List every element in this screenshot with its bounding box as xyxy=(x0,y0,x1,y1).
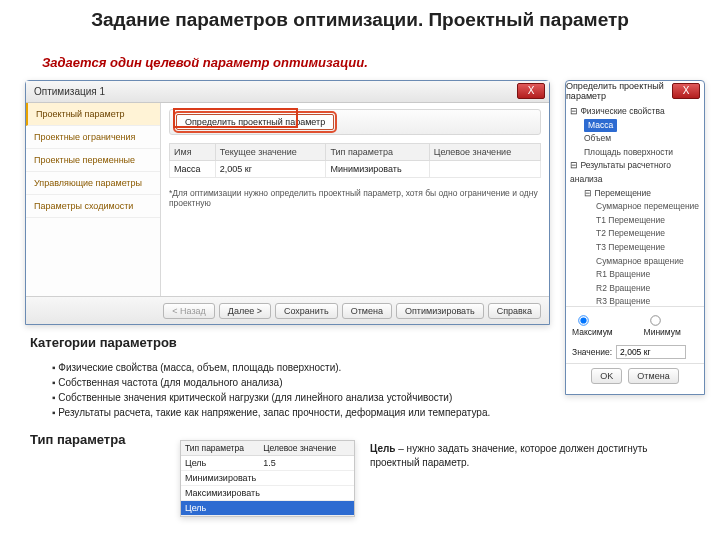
tree-group-physical[interactable]: Физические свойства xyxy=(580,106,664,116)
close-icon[interactable]: X xyxy=(672,83,700,99)
list-item: Физические свойства (масса, объем, площа… xyxy=(52,360,542,375)
toolbar: Определить проектный параметр xyxy=(169,109,541,135)
tree-node[interactable]: T2 Перемещение xyxy=(570,227,700,241)
sidebar-item-control[interactable]: Управляющие параметры xyxy=(26,172,160,195)
next-button[interactable]: Далее > xyxy=(219,303,271,319)
type-heading: Тип параметра xyxy=(30,432,125,447)
tree-group-displacement[interactable]: Перемещение xyxy=(594,188,651,198)
help-button[interactable]: Справка xyxy=(488,303,541,319)
radio-max[interactable]: Максимум xyxy=(572,311,630,337)
slide-subtitle: Задается один целевой параметр оптимизац… xyxy=(42,55,368,70)
tree-node-volume[interactable]: Объем xyxy=(570,132,700,146)
close-icon[interactable]: X xyxy=(517,83,545,99)
categories-heading: Категории параметров xyxy=(30,335,177,350)
tree-node[interactable]: T3 Перемещение xyxy=(570,241,700,255)
col-current: Текущее значение xyxy=(215,144,326,161)
hint-text: *Для оптимизации нужно определить проект… xyxy=(169,188,541,208)
cancel-button[interactable]: Отмена xyxy=(342,303,392,319)
cell-type: Минимизировать xyxy=(326,161,429,178)
ok-button[interactable]: OK xyxy=(591,368,622,384)
list-item: Собственные значения критической нагрузк… xyxy=(52,390,542,405)
cell-name: Масса xyxy=(170,161,216,178)
list-item: Результаты расчета, такие как напряжение… xyxy=(52,405,542,420)
value-row: Значение: xyxy=(566,341,704,363)
save-button[interactable]: Сохранить xyxy=(275,303,338,319)
win2-titlebar: Определить проектный параметр X xyxy=(566,81,704,101)
tree-node[interactable]: R2 Вращение xyxy=(570,282,700,296)
win1-content: Определить проектный параметр Имя Текуще… xyxy=(161,103,549,296)
tree-node[interactable]: R3 Вращение xyxy=(570,295,700,306)
win1-sidebar: Проектный параметр Проектные ограничения… xyxy=(26,103,161,296)
col-target: Целевое значение xyxy=(429,144,540,161)
sidebar-item-project-param[interactable]: Проектный параметр xyxy=(26,103,160,126)
slide-title: Задание параметров оптимизации. Проектны… xyxy=(0,8,720,32)
win1-title: Оптимизация 1 xyxy=(34,86,105,97)
tree-node[interactable]: R1 Вращение xyxy=(570,268,700,282)
table-row[interactable]: Масса 2,005 кг Минимизировать xyxy=(170,161,541,178)
value-input[interactable] xyxy=(616,345,686,359)
goal-description: Цель – нужно задать значение, которое до… xyxy=(370,442,650,470)
win2-footer: OK Отмена xyxy=(566,363,704,388)
tree-group-results[interactable]: Результаты расчетного анализа xyxy=(570,160,671,184)
params-table: Имя Текущее значение Тип параметра Целев… xyxy=(169,143,541,178)
sidebar-item-variables[interactable]: Проектные переменные xyxy=(26,149,160,172)
col-type: Тип параметра xyxy=(326,144,429,161)
tree-node[interactable]: Суммарное вращение xyxy=(570,255,700,269)
dd-option[interactable]: Цель xyxy=(181,501,354,516)
categories-list: Физические свойства (масса, объем, площа… xyxy=(52,360,542,420)
dd-target-value[interactable]: 1.5 xyxy=(259,456,354,471)
dd-col-target: Целевое значение xyxy=(259,441,354,456)
radio-row: Максимум Минимум xyxy=(566,306,704,341)
dd-option[interactable]: Минимизировать xyxy=(181,471,354,486)
goal-rest: – нужно задать значение, которое должен … xyxy=(370,443,648,468)
value-label: Значение: xyxy=(572,347,612,357)
dd-option[interactable]: Максимизировать xyxy=(181,486,354,501)
param-type-dropdown[interactable]: Тип параметра Целевое значение Цель 1.5 … xyxy=(180,440,355,517)
optimization-window: Оптимизация 1 X Проектный параметр Проек… xyxy=(25,80,550,325)
back-button[interactable]: < Назад xyxy=(163,303,215,319)
dd-col-type: Тип параметра xyxy=(181,441,259,456)
tree-node-mass[interactable]: Масса xyxy=(584,119,617,133)
cell-value: 2,005 кг xyxy=(215,161,326,178)
goal-bold: Цель xyxy=(370,443,396,454)
col-name: Имя xyxy=(170,144,216,161)
param-tree[interactable]: ⊟ Физические свойства Масса Объем Площад… xyxy=(566,101,704,306)
sidebar-item-constraints[interactable]: Проектные ограничения xyxy=(26,126,160,149)
dd-selected[interactable]: Цель xyxy=(181,456,259,471)
optimize-button[interactable]: Оптимизировать xyxy=(396,303,484,319)
win1-titlebar: Оптимизация 1 X xyxy=(26,81,549,103)
sidebar-item-convergence[interactable]: Параметры сходимости xyxy=(26,195,160,218)
tree-node[interactable]: T1 Перемещение xyxy=(570,214,700,228)
list-item: Собственная частота (для модального анал… xyxy=(52,375,542,390)
define-param-button[interactable]: Определить проектный параметр xyxy=(176,114,334,130)
win1-footer: < Назад Далее > Сохранить Отмена Оптимиз… xyxy=(26,296,549,324)
tree-node-area[interactable]: Площадь поверхности xyxy=(570,146,700,160)
tree-node[interactable]: Суммарное перемещение xyxy=(570,200,700,214)
win2-title: Определить проектный параметр xyxy=(566,81,664,101)
define-param-window: Определить проектный параметр X ⊟ Физиче… xyxy=(565,80,705,395)
cell-target xyxy=(429,161,540,178)
cancel-button[interactable]: Отмена xyxy=(628,368,678,384)
radio-min[interactable]: Минимум xyxy=(644,311,698,337)
